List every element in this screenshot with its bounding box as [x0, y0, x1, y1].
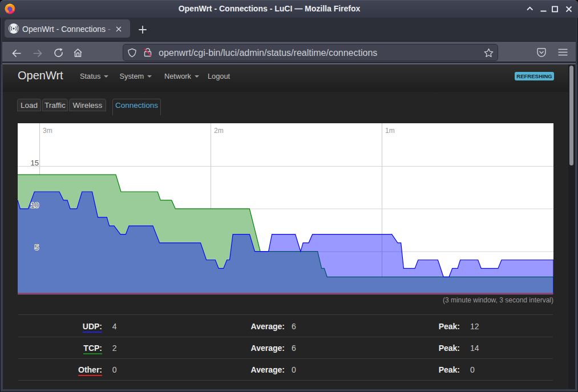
svg-text:15: 15 [31, 159, 39, 167]
svg-text:10: 10 [31, 201, 39, 209]
svg-text:5: 5 [35, 243, 39, 252]
svg-text:1m: 1m [385, 127, 395, 135]
svg-text:3m: 3m [43, 127, 52, 135]
svg-text:2m: 2m [214, 127, 224, 135]
